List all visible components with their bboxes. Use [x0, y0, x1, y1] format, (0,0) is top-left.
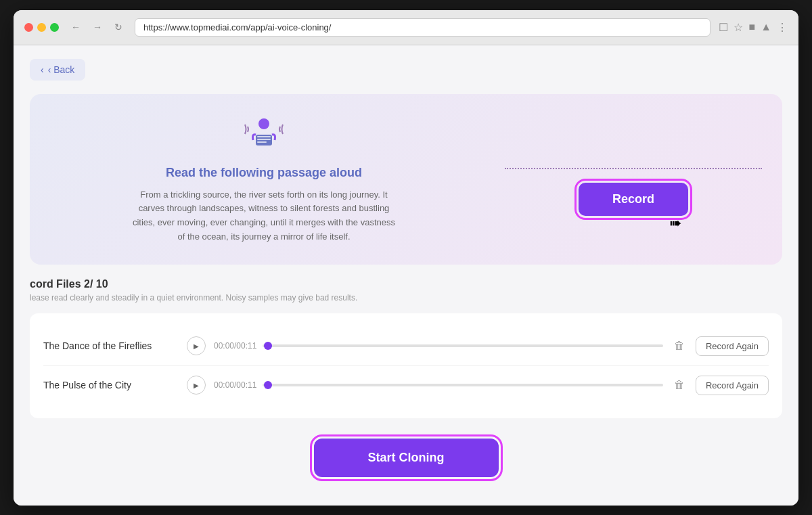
recording-name: The Dance of the Fireflies: [43, 340, 179, 351]
bookmark-icon: ☐: [719, 21, 728, 34]
svg-point-0: [258, 118, 269, 129]
maximize-button[interactable]: [50, 23, 59, 32]
files-subtext: lease read clearly and steadily in a qui…: [30, 293, 782, 303]
menu-icon: ⋮: [777, 21, 788, 34]
record-again-button[interactable]: Record Again: [696, 376, 769, 395]
passage-title: Read the following passage aloud: [50, 166, 478, 180]
address-bar[interactable]: https://www.topmediai.com/app/ai-voice-c…: [135, 18, 710, 37]
record-button[interactable]: Record: [579, 183, 688, 216]
recording-row: The Dance of the Fireflies ▶ 00:00/00:11…: [43, 327, 769, 366]
browser-window: ← → ↻ https://www.topmediai.com/app/ai-v…: [14, 10, 798, 506]
refresh-button[interactable]: ↻: [110, 20, 127, 34]
nav-controls: ← → ↻: [67, 20, 127, 34]
timestamp: 00:00/00:11: [214, 380, 254, 390]
forward-nav-button[interactable]: →: [89, 20, 106, 34]
svg-rect-3: [257, 139, 271, 140]
passage-section: Read the following passage aloud From a …: [50, 114, 478, 244]
reader-icon: [50, 114, 478, 158]
files-header: cord Files 2/ 10: [30, 278, 782, 290]
svg-rect-4: [257, 141, 267, 143]
recording-row: The Pulse of the City ▶ 00:00/00:11 🗑 Re…: [43, 366, 769, 405]
progress-track[interactable]: [263, 384, 663, 386]
play-button[interactable]: ▶: [187, 336, 206, 355]
timestamp: 00:00/00:11: [214, 341, 254, 351]
delete-button[interactable]: 🗑: [671, 376, 687, 394]
start-cloning-wrapper: Start Cloning: [30, 439, 782, 477]
files-section: cord Files 2/ 10 lease read clearly and …: [30, 278, 782, 303]
record-again-button[interactable]: Record Again: [696, 336, 769, 356]
record-section: Record ➠: [505, 142, 762, 216]
cursor-icon: ➠: [669, 215, 681, 232]
back-nav-button[interactable]: ←: [67, 20, 85, 34]
delete-button[interactable]: 🗑: [671, 337, 687, 355]
progress-track[interactable]: [263, 344, 663, 347]
recording-name: The Pulse of the City: [43, 380, 179, 390]
main-recording-card: Read the following passage aloud From a …: [30, 94, 782, 265]
browser-content: ‹ ‹ Back: [14, 45, 798, 506]
star-icon: ☆: [734, 21, 743, 34]
profile-icon: ▲: [761, 21, 771, 34]
back-button[interactable]: ‹ ‹ Back: [30, 59, 85, 81]
browser-actions: ☐ ☆ ■ ▲ ⋮: [719, 21, 788, 34]
waveform-area: [505, 142, 762, 169]
ext-icon: ■: [748, 21, 755, 34]
progress-dot: [264, 342, 272, 350]
back-chevron-icon: ‹: [41, 64, 44, 75]
close-button[interactable]: [24, 23, 33, 32]
minimize-button[interactable]: [37, 23, 46, 32]
traffic-lights: [24, 23, 59, 32]
back-label: ‹ Back: [48, 64, 75, 75]
browser-titlebar: ← → ↻ https://www.topmediai.com/app/ai-v…: [14, 10, 798, 45]
start-cloning-button[interactable]: Start Cloning: [314, 439, 499, 477]
url-text: https://www.topmediai.com/app/ai-voice-c…: [143, 22, 331, 32]
recordings-card: The Dance of the Fireflies ▶ 00:00/00:11…: [30, 313, 782, 418]
files-count-label: cord Files 2/ 10: [30, 278, 108, 290]
progress-dot: [264, 381, 272, 389]
passage-text: From a trickling source, the river sets …: [129, 188, 399, 244]
record-button-wrapper: Record ➠: [579, 183, 688, 216]
play-button[interactable]: ▶: [187, 376, 206, 395]
svg-rect-2: [257, 136, 271, 137]
